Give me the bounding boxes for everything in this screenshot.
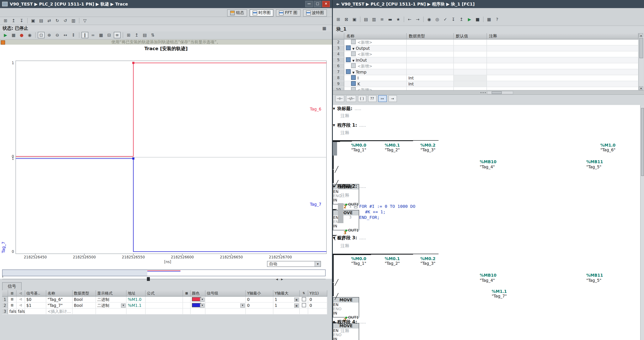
tab-signals[interactable]: 信号	[2, 282, 22, 290]
cell-name[interactable]: "Tag_7"	[46, 303, 72, 308]
program-scrollbar[interactable]	[640, 105, 644, 340]
delete-network-icon[interactable]: ⊠	[343, 16, 350, 23]
interface-row-datatype[interactable]	[407, 57, 454, 63]
overview-handle[interactable]	[147, 277, 150, 281]
cell-format[interactable]	[96, 308, 126, 314]
interface-row-default[interactable]	[454, 51, 487, 57]
collapse-icon[interactable]: ▼	[352, 71, 354, 74]
cut-trace-icon[interactable]: ▤	[38, 18, 44, 24]
trace-settings-icon[interactable]: ▥	[70, 18, 77, 24]
display-icon[interactable]: ▥	[8, 303, 16, 308]
interface-row-datatype[interactable]: Int	[407, 81, 454, 87]
cell-auto[interactable]	[300, 303, 308, 308]
interface-row-comment[interactable]	[487, 69, 638, 75]
cell-num[interactable]: 1	[2, 297, 8, 303]
tab-bode[interactable]: 波特图	[303, 9, 327, 17]
copy-trace-icon[interactable]: ▣	[30, 18, 36, 24]
interface-row-default[interactable]	[454, 75, 487, 81]
column-header-name[interactable]: 名称	[46, 290, 72, 297]
goto-next-icon[interactable]: →	[414, 16, 421, 23]
scale-options-icon[interactable]: ▦	[294, 297, 299, 302]
column-header-fx[interactable]: ▦	[183, 290, 190, 297]
cell-ymin[interactable]	[246, 308, 274, 314]
interface-row-default[interactable]	[454, 81, 487, 87]
cell-ymin[interactable]: 0	[246, 297, 274, 303]
filter-icon[interactable]: ▽	[82, 18, 88, 24]
cell-ymax[interactable]	[274, 308, 300, 314]
cell-format[interactable]: 二进制▼	[96, 303, 126, 308]
interface-row-default[interactable]	[454, 69, 487, 75]
interface-row-default[interactable]	[454, 46, 487, 51]
interface-row-comment[interactable]	[487, 75, 638, 81]
cell-color[interactable]: ▼	[190, 297, 206, 303]
network-3-comment[interactable]: 注释	[340, 243, 350, 249]
toggle-signal-table-icon[interactable]: ▦	[321, 25, 328, 32]
scrollbar-thumb[interactable]	[641, 108, 644, 176]
interface-row-name[interactable]: <新增>	[344, 87, 407, 90]
interface-row-default[interactable]	[454, 63, 487, 69]
network-1-header[interactable]: ▼ 程序段 1: .....	[333, 122, 366, 128]
cell-fx[interactable]	[183, 308, 190, 314]
go-online-icon[interactable]: ▶	[466, 16, 473, 23]
monitor-toggle-icon[interactable]: ◉	[426, 16, 432, 23]
goto-previous-icon[interactable]: ←	[406, 16, 413, 23]
closed-contact[interactable]	[333, 275, 334, 282]
cell-num[interactable]: 2	[2, 303, 8, 308]
restore-button[interactable]: □	[314, 1, 321, 7]
network-title-dots[interactable]: .....	[359, 184, 366, 189]
autoscale-checkbox[interactable]	[302, 297, 306, 301]
interface-row-name[interactable]: <新增>	[344, 40, 407, 46]
cell-base[interactable]	[25, 308, 46, 314]
go-offline-icon[interactable]: ■	[474, 16, 481, 23]
generator-icon[interactable]: ◁	[16, 303, 25, 308]
cell-num[interactable]: 3	[2, 308, 8, 314]
column-header-vis[interactable]: ▥	[8, 290, 16, 297]
cell-group[interactable]: ▼	[206, 303, 246, 308]
cell-datatype[interactable]: Bool	[72, 303, 96, 308]
network-4-header[interactable]: ▼ 程序段 4: .....	[333, 319, 366, 325]
comments-toggle-icon[interactable]: ▬	[387, 16, 394, 23]
cell-auto[interactable]	[300, 308, 308, 314]
interface-row-comment[interactable]	[487, 63, 638, 69]
move-box[interactable]: MOVEENENOINOUT1	[333, 297, 359, 317]
scroll-left-icon[interactable]: ◀	[276, 277, 278, 281]
column-header-group[interactable]: 信号组	[206, 290, 246, 297]
block-title-row[interactable]: ▼ 块标题: .....	[333, 106, 361, 112]
zoom-out-icon[interactable]: ⊖	[54, 32, 61, 38]
collapse-icon[interactable]: ▼	[352, 59, 354, 63]
interface-row-comment[interactable]	[487, 81, 638, 87]
insert-network-icon[interactable]: ⊞	[335, 16, 342, 23]
cell-auto[interactable]	[300, 297, 308, 303]
scroll-right-icon[interactable]: ▶	[281, 277, 283, 281]
fit-vertical-icon[interactable]: ↕	[70, 32, 77, 38]
cell-fx[interactable]	[183, 303, 190, 308]
cell-group[interactable]	[206, 297, 246, 303]
interface-row-comment[interactable]	[487, 57, 638, 63]
activate-trace-icon[interactable]: ▶	[2, 32, 9, 38]
chevron-down-icon[interactable]: ▼	[121, 303, 126, 308]
hscrollbar-thumb[interactable]	[492, 91, 502, 94]
column-header-format[interactable]: 显示格式	[96, 290, 126, 297]
cell-fx[interactable]	[183, 297, 190, 303]
scl-code-line[interactable]: #K += 1;	[365, 210, 386, 215]
network-title-dots[interactable]: .....	[359, 320, 366, 324]
open-contact[interactable]	[333, 262, 334, 269]
interface-row-comment[interactable]	[487, 87, 638, 90]
network-title-dots[interactable]: .....	[359, 123, 366, 127]
deactivate-trace-icon[interactable]: ■	[10, 32, 17, 38]
column-header-color[interactable]: 颜色	[190, 290, 206, 297]
scale-options-icon[interactable]: ▦	[294, 303, 299, 308]
interface-row-name[interactable]: <新增>	[344, 51, 407, 57]
close-button[interactable]: ×	[322, 1, 330, 7]
chevron-down-icon[interactable]: ▼	[200, 297, 204, 302]
collapse-code-icon[interactable]	[354, 205, 358, 208]
repeat-trace-icon[interactable]: ↻	[54, 18, 61, 24]
generator-icon[interactable]: ◁	[16, 297, 25, 303]
block-title-dots[interactable]: .....	[354, 106, 361, 111]
interface-row-datatype[interactable]	[407, 63, 454, 69]
upload-block-icon[interactable]: ↥	[458, 16, 465, 23]
interface-row-comment[interactable]	[487, 40, 638, 46]
snapshot-values-icon[interactable]: ◎	[434, 16, 441, 23]
cell-base[interactable]: $0	[25, 297, 46, 303]
fit-horizontal-icon[interactable]: ↔	[62, 32, 69, 38]
